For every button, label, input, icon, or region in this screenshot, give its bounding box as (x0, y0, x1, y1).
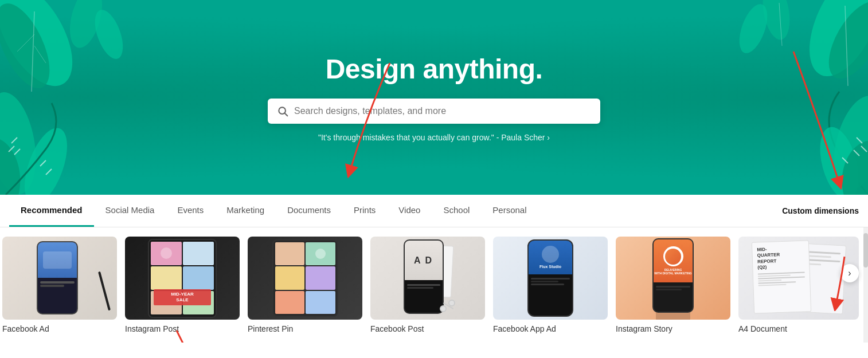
custom-dimensions-button[interactable]: Custom dimensions (771, 196, 859, 226)
card-label-a4-document: A4 Document (738, 324, 787, 333)
scrollbar-track (863, 227, 868, 343)
annotation-arrow-instagram (159, 328, 205, 343)
card-label-instagram-story: Instagram Story (616, 324, 672, 333)
card-pinterest-pin[interactable]: Pinterest Pin (248, 237, 362, 333)
scrollbar-thumb[interactable] (863, 233, 868, 267)
hero-section: Design anything. "It's through mistakes … (0, 0, 868, 195)
card-facebook-app-ad[interactable]: Flux Studio Facebook App Ad (493, 237, 608, 333)
card-thumbnail-instagram-story: DELIVERINGWITH DIGITAL MARKETING (616, 237, 730, 320)
card-thumbnail-facebook-post: A D (370, 237, 485, 320)
card-label-facebook-ad: Facebook Ad (2, 324, 49, 333)
card-a4-document[interactable]: MID-QUARTERREPORT(Q2) (738, 237, 865, 333)
cards-container: Facebook Ad (0, 227, 868, 343)
hero-leaves-left (0, 0, 149, 195)
search-icon (277, 105, 288, 117)
tab-prints[interactable]: Prints (342, 195, 387, 227)
tab-video[interactable]: Video (387, 195, 432, 227)
card-instagram-story[interactable]: DELIVERINGWITH DIGITAL MARKETING Instagr… (616, 237, 730, 333)
tab-events[interactable]: Events (166, 195, 215, 227)
tab-school[interactable]: School (432, 195, 481, 227)
tab-marketing[interactable]: Marketing (215, 195, 276, 227)
card-thumbnail-pinterest-pin (248, 237, 362, 320)
card-thumbnail-a4-document: MID-QUARTERREPORT(Q2) (738, 237, 859, 320)
cards-list: Facebook Ad (0, 227, 868, 343)
card-label-facebook-post: Facebook Post (370, 324, 424, 333)
annotation-arrow-a4 (813, 254, 853, 311)
tabs-section: Recommended Social Media Events Marketin… (0, 195, 868, 227)
svg-line-31 (285, 113, 288, 116)
card-thumbnail-facebook-app-ad: Flux Studio (493, 237, 608, 320)
annotation-arrow-2 (759, 46, 851, 195)
tab-documents[interactable]: Documents (276, 195, 342, 227)
card-thumbnail-facebook-ad (2, 237, 117, 320)
card-facebook-post[interactable]: A D (370, 237, 485, 333)
tabs-list: Recommended Social Media Events Marketin… (9, 195, 771, 227)
tab-recommended[interactable]: Recommended (9, 195, 94, 227)
card-label-facebook-app-ad: Facebook App Ad (493, 324, 556, 333)
card-instagram-post[interactable]: MID-YEARSALE Instagram Post (125, 237, 240, 333)
tab-personal[interactable]: Personal (481, 195, 538, 227)
annotation-arrow-1 (333, 57, 447, 183)
card-thumbnail-instagram-post: MID-YEARSALE (125, 237, 240, 320)
card-label-pinterest-pin: Pinterest Pin (248, 324, 293, 333)
tab-social-media[interactable]: Social Media (94, 195, 166, 227)
card-facebook-ad[interactable]: Facebook Ad (2, 237, 117, 333)
